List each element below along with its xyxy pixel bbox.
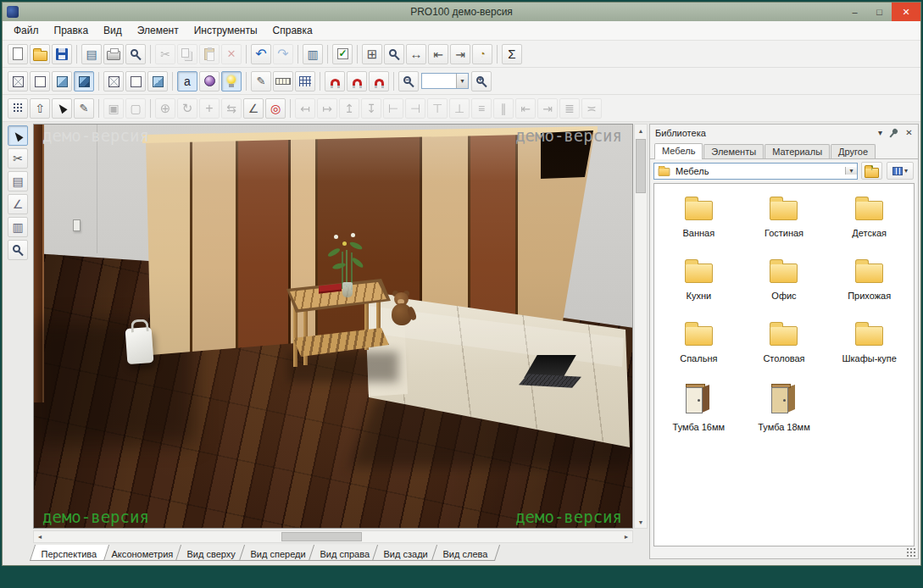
horizontal-scrollbar[interactable]: ◄ ► <box>33 530 633 543</box>
snap-angles-button[interactable] <box>369 71 389 92</box>
scroll-right-arrow[interactable]: ► <box>620 531 632 543</box>
library-item[interactable]: Детская <box>826 196 912 238</box>
edges-contour-button[interactable] <box>125 71 146 92</box>
fit-right-button[interactable]: ⇥ <box>450 44 470 64</box>
snap-objects-button[interactable] <box>347 71 367 92</box>
resize-grip[interactable] <box>907 548 916 557</box>
pin-button[interactable] <box>888 126 901 139</box>
view-color-button[interactable] <box>52 71 72 92</box>
report-button[interactable]: ▤ <box>81 44 102 64</box>
menu-Файл[interactable]: Файл <box>6 22 47 39</box>
folder-up-button[interactable]: ↑ <box>861 162 882 180</box>
undo-button[interactable]: ↶ <box>251 44 271 64</box>
scroll-up-arrow[interactable]: ▲ <box>635 125 647 136</box>
view-textured-button[interactable] <box>74 71 94 92</box>
library-item[interactable]: Прихожая <box>826 258 912 301</box>
vertical-scrollbar[interactable]: ▲ ▼ <box>634 124 648 529</box>
close-button[interactable]: ✕ <box>892 3 920 21</box>
library-item[interactable]: Ванная <box>656 196 742 238</box>
show-dimensions-button[interactable]: ⊞ <box>362 44 382 64</box>
horizontal-scroll-thumb[interactable] <box>281 532 362 541</box>
view-tab-Вид сверху[interactable]: Вид сверху <box>175 545 247 561</box>
snap-grid-button[interactable] <box>325 71 345 92</box>
library-item[interactable]: Гостиная <box>742 196 827 238</box>
angle-snap-button[interactable]: ∠ <box>243 98 264 119</box>
print-preview-button[interactable] <box>125 44 146 64</box>
insert-element-button[interactable]: ⇧ <box>30 98 50 119</box>
price-calculation-button[interactable]: Σ <box>502 44 522 64</box>
library-item[interactable]: Офис <box>742 258 827 301</box>
materials-render-button[interactable] <box>199 71 220 92</box>
notes-tool-button[interactable]: ▥ <box>8 217 28 237</box>
library-item[interactable]: Шкафы-купе <box>826 321 912 363</box>
save-project-button[interactable] <box>52 44 72 64</box>
view-tab-Вид справа[interactable]: Вид справа <box>309 545 382 561</box>
open-project-button[interactable] <box>30 44 50 64</box>
zoom-in-button[interactable] <box>471 71 492 92</box>
zoom-tool-button[interactable] <box>8 240 28 260</box>
view-tab-Вид спереди[interactable]: Вид спереди <box>239 545 318 561</box>
paste-tool-button[interactable]: ▤ <box>8 171 28 191</box>
vertical-scroll-thumb[interactable] <box>636 139 646 193</box>
view-wireframe-button[interactable] <box>8 71 28 92</box>
pattern-array-button[interactable] <box>8 98 28 119</box>
scroll-down-arrow[interactable]: ▼ <box>635 516 647 528</box>
find-element-button[interactable] <box>384 44 404 64</box>
edit-sketch-button[interactable]: ✎ <box>74 98 94 119</box>
ruler-button[interactable] <box>273 71 293 92</box>
library-tab-Мебель[interactable]: Мебель <box>654 143 703 159</box>
view-tab-Вид сзади[interactable]: Вид сзади <box>372 545 440 561</box>
time-report-button[interactable]: ◔ <box>472 44 492 64</box>
grid-button[interactable] <box>295 71 315 92</box>
flower <box>334 235 338 239</box>
edges-all-button[interactable] <box>103 71 124 92</box>
properties-button[interactable]: ▥ <box>303 44 323 64</box>
element-list-check-button[interactable] <box>332 44 353 64</box>
rotate-element-button: ↻ <box>177 98 197 119</box>
library-path-combo[interactable]: Мебель ▾ <box>653 163 858 180</box>
zoom-level-combo[interactable]: ▾ <box>421 73 469 89</box>
cut-tool-button[interactable]: ✂ <box>8 148 28 169</box>
title-bar[interactable]: PRO100 демо-версия – □ ✕ <box>3 3 920 21</box>
menu-Элемент[interactable]: Элемент <box>130 22 186 39</box>
menu-Справка[interactable]: Справка <box>265 22 320 39</box>
view-tab-Перспектива[interactable]: Перспектива <box>30 545 109 561</box>
library-item[interactable]: Спальня <box>656 321 742 363</box>
menu-Инструменты[interactable]: Инструменты <box>186 22 265 39</box>
dimension-lines-button[interactable]: ↔ <box>406 44 426 64</box>
library-item[interactable]: Кухни <box>656 258 742 301</box>
combo-dropdown-arrow[interactable]: ▾ <box>845 167 857 175</box>
measure-tool-button[interactable]: ∠ <box>8 194 28 214</box>
zoom-out-button[interactable] <box>398 71 419 92</box>
maximize-button[interactable]: □ <box>867 3 892 21</box>
library-item[interactable]: Тумба 18мм <box>742 384 827 432</box>
library-tab-Другое[interactable]: Другое <box>831 144 876 158</box>
menu-Правка[interactable]: Правка <box>47 22 97 39</box>
view-tab-Аксонометрия[interactable]: Аксонометрия <box>100 545 186 561</box>
panel-menu-button[interactable]: ▾ <box>874 126 887 139</box>
fit-left-button[interactable]: ⇤ <box>428 44 448 64</box>
rotation-center-button[interactable]: ◎ <box>265 98 286 119</box>
minimize-button[interactable]: – <box>842 3 867 21</box>
pointer-tool-button[interactable] <box>8 125 28 146</box>
view-tab-Вид слева[interactable]: Вид слева <box>431 545 499 561</box>
scroll-left-arrow[interactable]: ◄ <box>34 531 46 543</box>
panel-close-button[interactable]: ✕ <box>903 126 915 139</box>
library-item[interactable]: Столовая <box>742 321 827 363</box>
align-right-icon: ↦ <box>322 103 332 114</box>
menu-Вид[interactable]: Вид <box>96 22 130 39</box>
dimensions-draw-button[interactable]: ✎ <box>251 71 271 92</box>
view-sketch-button[interactable] <box>30 71 50 92</box>
print-button[interactable] <box>103 44 124 64</box>
library-item[interactable]: Тумба 16мм <box>656 384 742 432</box>
select-pointer-button[interactable] <box>52 98 72 119</box>
view-mode-button[interactable]: ▾ <box>887 162 914 180</box>
scene-canvas[interactable]: демо-версия демо-версия демо-версия демо… <box>33 124 633 529</box>
lighting-button[interactable] <box>221 71 242 92</box>
library-tab-Материалы[interactable]: Материалы <box>765 144 830 158</box>
library-tab-Элементы[interactable]: Элементы <box>703 144 764 158</box>
edges-none-button[interactable] <box>147 71 168 92</box>
show-text-labels-button[interactable]: a <box>177 71 197 92</box>
new-document-button[interactable] <box>8 44 28 64</box>
zoom-level-dropdown-arrow[interactable]: ▾ <box>456 74 468 88</box>
